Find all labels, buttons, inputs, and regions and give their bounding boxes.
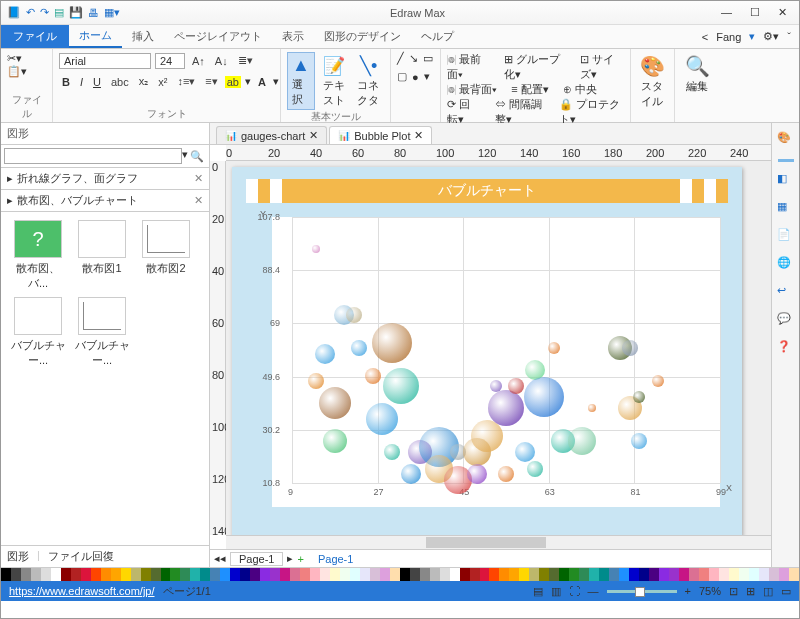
underline-button[interactable]: U — [90, 74, 104, 90]
share-icon[interactable]: < — [702, 31, 708, 43]
fit-whole-icon[interactable]: ◫ — [763, 585, 773, 598]
bring-front[interactable]: 🀙 最前面▾ — [447, 52, 490, 82]
arrow-shape-icon[interactable]: ↘ — [409, 52, 418, 65]
user-name[interactable]: Fang — [716, 31, 741, 43]
strike-button[interactable]: abc — [108, 74, 132, 90]
bubble[interactable] — [323, 429, 347, 453]
shape-thumb[interactable]: 散布図2 — [137, 220, 195, 291]
collapse-ribbon-icon[interactable]: ˇ — [787, 31, 791, 43]
panel-page-icon[interactable]: 📄 — [777, 228, 795, 246]
export-icon[interactable]: ▦▾ — [104, 6, 120, 19]
panefoot-recover[interactable]: ファイル回復 — [48, 549, 114, 564]
bubble[interactable] — [588, 404, 596, 412]
bubble[interactable] — [527, 461, 543, 477]
bubble[interactable] — [652, 375, 664, 387]
highlight-icon[interactable]: ab — [225, 76, 241, 88]
minimize-button[interactable]: — — [721, 6, 732, 19]
search-icon[interactable]: 🔍 — [188, 148, 206, 164]
color-palette[interactable] — [1, 567, 799, 581]
panel-fill-icon[interactable]: ◧ — [777, 172, 795, 190]
bubble[interactable] — [631, 433, 647, 449]
tab-pagelayout[interactable]: ページレイアウト — [164, 25, 272, 48]
panel-line-icon[interactable] — [778, 159, 794, 162]
close-icon[interactable]: ✕ — [309, 129, 318, 142]
panel-theme-icon[interactable]: 🎨 — [777, 131, 795, 149]
shapes-search-input[interactable] — [4, 148, 182, 164]
doc-tab-bubble[interactable]: 📊 Bubble Plot ✕ — [329, 126, 432, 144]
panel-history-icon[interactable]: ↩ — [777, 284, 795, 302]
bubble[interactable] — [498, 466, 514, 482]
bubble[interactable] — [548, 342, 560, 354]
bubble[interactable] — [315, 344, 335, 364]
page-tab[interactable]: Page-1 — [230, 552, 283, 566]
canvas[interactable]: バブルチャート Y X 9274563819910.830.249.66988.… — [226, 161, 771, 535]
tab-home[interactable]: ホーム — [69, 25, 122, 48]
close-icon[interactable]: ✕ — [194, 194, 203, 207]
status-url[interactable]: https://www.edrawsoft.com/jp/ — [9, 585, 155, 597]
fit-page-icon[interactable]: ⊡ — [729, 585, 738, 598]
close-button[interactable]: ✕ — [778, 6, 787, 19]
group-btn[interactable]: ⊞ グループ化▾ — [504, 52, 566, 82]
shape-thumb[interactable]: バブルチャー... — [9, 297, 67, 368]
line-shape-icon[interactable]: ╱ — [397, 52, 404, 65]
bubble[interactable] — [467, 464, 487, 484]
view-outline-icon[interactable]: ▥ — [551, 585, 561, 598]
bubble[interactable] — [401, 464, 421, 484]
view-full-icon[interactable]: ⛶ — [569, 585, 580, 597]
bubble[interactable] — [346, 307, 362, 323]
text-tool[interactable]: 📝テキスト — [319, 53, 350, 110]
tab-help[interactable]: ヘルプ — [411, 25, 464, 48]
panel-layers-icon[interactable]: ▦ — [777, 200, 795, 218]
save-icon[interactable]: 💾 — [69, 6, 83, 19]
bubble[interactable] — [515, 442, 535, 462]
new-icon[interactable]: ▤ — [54, 6, 64, 19]
page-list[interactable]: Page-1 — [318, 553, 353, 565]
bubble[interactable] — [319, 387, 351, 419]
shape-thumb[interactable]: バブルチャー... — [73, 297, 131, 368]
panel-help-icon[interactable]: ❓ — [777, 340, 795, 358]
rect-shape-icon[interactable]: ▭ — [423, 52, 433, 65]
tab-shapedesign[interactable]: 図形のデザイン — [314, 25, 411, 48]
tab-insert[interactable]: 挿入 — [122, 25, 164, 48]
bubble[interactable] — [365, 368, 381, 384]
paste-icon[interactable]: 📋▾ — [7, 65, 27, 78]
panel-web-icon[interactable]: 🌐 — [777, 256, 795, 274]
edit-button[interactable]: 🔍編集 — [681, 52, 713, 96]
bold-button[interactable]: B — [59, 74, 73, 90]
file-menu[interactable]: ファイル — [1, 25, 69, 48]
font-size-combo[interactable]: 24 — [155, 53, 185, 69]
scrollbar-horizontal[interactable] — [226, 535, 771, 549]
bubble[interactable] — [568, 427, 596, 455]
fullscreen-icon[interactable]: ▭ — [781, 585, 791, 598]
bubble[interactable] — [383, 368, 419, 404]
undo-icon[interactable]: ↶ — [26, 6, 35, 19]
fit-width-icon[interactable]: ⊞ — [746, 585, 755, 598]
shape-thumb[interactable]: 散布図1 — [73, 220, 131, 291]
grow-font-icon[interactable]: A↑ — [189, 53, 208, 69]
category-line-area[interactable]: ▸折れ線グラフ、面グラフ✕ — [1, 168, 209, 190]
bubble[interactable] — [351, 340, 367, 356]
subscript-button[interactable]: x₂ — [136, 73, 152, 90]
bubble[interactable] — [488, 390, 524, 426]
add-page[interactable]: + — [297, 553, 303, 565]
print-icon[interactable]: 🖶 — [88, 7, 99, 19]
bullets-icon[interactable]: ≣▾ — [235, 52, 256, 69]
settings-icon[interactable]: ⚙▾ — [763, 30, 779, 43]
close-icon[interactable]: ✕ — [194, 172, 203, 185]
page-nav-prev[interactable]: ◂◂ — [214, 552, 226, 565]
bubble[interactable] — [308, 373, 324, 389]
panel-comment-icon[interactable]: 💬 — [777, 312, 795, 330]
oval-shape-icon[interactable]: ● — [412, 71, 419, 83]
page[interactable]: バブルチャート Y X 9274563819910.830.249.66988.… — [232, 167, 742, 535]
maximize-button[interactable]: ☐ — [750, 6, 760, 19]
view-normal-icon[interactable]: ▤ — [533, 585, 543, 598]
font-name-combo[interactable]: Arial — [59, 53, 151, 69]
connector-tool[interactable]: ╲•コネクタ — [353, 53, 384, 110]
tab-view[interactable]: 表示 — [272, 25, 314, 48]
send-back[interactable]: 🀙 最背面▾ — [447, 82, 497, 97]
superscript-button[interactable]: x² — [155, 74, 170, 90]
bubble[interactable] — [508, 378, 524, 394]
zoom-slider[interactable] — [607, 590, 677, 593]
more-shapes-icon[interactable]: ▾ — [424, 70, 430, 83]
bubble[interactable] — [372, 323, 412, 363]
